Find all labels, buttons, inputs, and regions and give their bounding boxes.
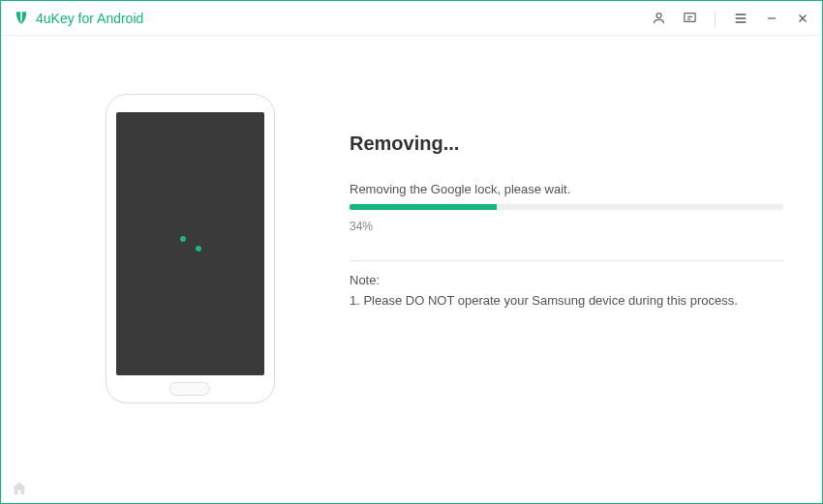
note-text: 1. Please DO NOT operate your Samsung de…: [350, 291, 783, 311]
progress-heading: Removing...: [350, 133, 783, 155]
user-icon[interactable]: [651, 11, 666, 26]
loading-dot: [196, 246, 201, 252]
titlebar: 4uKey for Android: [1, 1, 822, 36]
note-label: Note:: [350, 273, 783, 287]
app-logo: 4uKey for Android: [13, 10, 143, 27]
loading-dot: [180, 236, 186, 242]
phone-screen: [116, 112, 264, 375]
separator: [715, 11, 716, 26]
progress-bar: [350, 204, 783, 210]
progress-status: Removing the Google lock, please wait.: [350, 182, 783, 196]
menu-icon[interactable]: [733, 11, 748, 26]
device-preview-area: [30, 74, 350, 474]
svg-point-0: [656, 14, 661, 18]
phone-home-button: [169, 382, 210, 396]
progress-percent: 34%: [350, 220, 783, 233]
app-title: 4uKey for Android: [36, 11, 143, 26]
minimize-icon[interactable]: [764, 11, 779, 26]
phone-mockup: [106, 94, 275, 403]
home-icon[interactable]: [11, 480, 28, 497]
logo-icon: [13, 10, 30, 27]
feedback-icon[interactable]: [682, 11, 697, 26]
progress-fill: [350, 204, 497, 210]
divider: [350, 260, 783, 261]
main-content: Removing... Removing the Google lock, pl…: [1, 36, 822, 474]
footer: [1, 474, 822, 503]
titlebar-controls: [651, 11, 810, 26]
progress-panel: Removing... Removing the Google lock, pl…: [350, 74, 793, 474]
close-icon[interactable]: [795, 11, 810, 26]
